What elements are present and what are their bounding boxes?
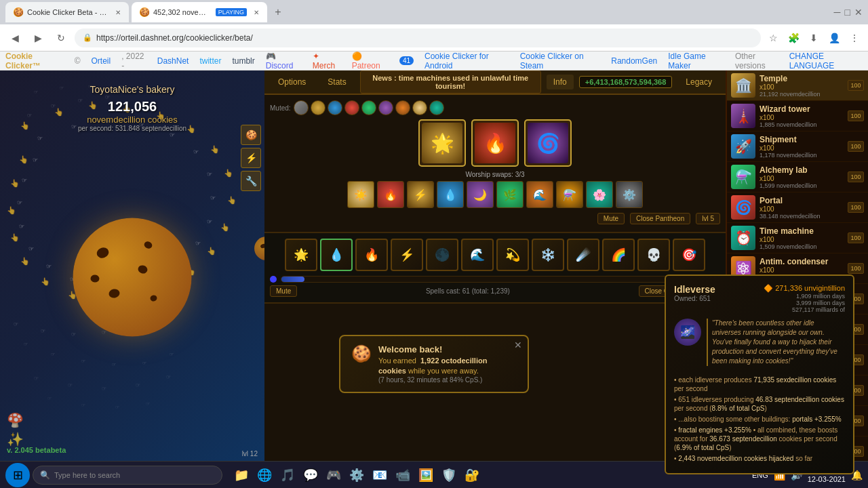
antimatter-condenser-name: Antim. condenser	[760, 257, 846, 266]
minimize-button[interactable]: ─	[834, 7, 841, 18]
spell-7[interactable]: 💫	[496, 239, 529, 271]
maximize-button[interactable]: □	[845, 7, 850, 18]
tooltip-bullet-4: • fractal engines +3.255% • all combined…	[674, 426, 726, 452]
taskbar-app-spotify[interactable]: 🎵	[277, 464, 298, 486]
deity-10[interactable]: ⚙️	[616, 181, 643, 208]
cookie-earned-display: +6,413,168,573,594,368	[579, 76, 673, 88]
spell-9[interactable]: ☄️	[567, 239, 599, 271]
mute-pantheon-button[interactable]: Mute	[597, 213, 625, 224]
deity-2[interactable]: 🔥	[377, 181, 404, 208]
mute-grimoire-button[interactable]: Mute	[270, 285, 297, 297]
bookmark-orteil[interactable]: Orteil	[92, 56, 111, 66]
menu-icon[interactable]: ⋮	[846, 30, 863, 46]
bookmark-discord[interactable]: 🎮 Discord	[266, 52, 302, 70]
building-temple[interactable]: 🏛️ Temple x100 21,192 novemdecillion 100	[727, 70, 868, 101]
wizard-tower-badge: 100	[848, 110, 864, 121]
big-cookie-button[interactable]	[73, 218, 192, 337]
building-portal[interactable]: 🌀 Portal x100 38.148 novemdecillion 100	[727, 192, 868, 223]
icon-btn-1[interactable]: 🍪	[241, 125, 261, 145]
taskbar-search-icon: 🔍	[40, 470, 50, 480]
spell-8[interactable]: ❄️	[532, 239, 564, 271]
bookmark-patreon[interactable]: 🟠 Patreon	[352, 52, 389, 70]
spell-6[interactable]: 🌊	[461, 239, 494, 271]
time-machine-icon: ⏰	[731, 226, 755, 250]
pantheon-slot-3[interactable]: 🌀	[524, 119, 572, 167]
taskbar-app-file-explorer[interactable]: 📁	[231, 464, 252, 486]
taskbar-app-video[interactable]: 📹	[392, 464, 414, 486]
taskbar-app-vpn[interactable]: 🔐	[461, 464, 483, 486]
bookmark-cookieclicker[interactable]: Cookie Clicker™	[5, 52, 64, 70]
icon-btn-2[interactable]: ⚡	[241, 148, 261, 168]
deity-8[interactable]: ⚗️	[556, 181, 583, 208]
spell-1[interactable]: 🌟	[285, 239, 317, 271]
deity-6[interactable]: 🌿	[496, 181, 524, 208]
extension-icon[interactable]: 🧩	[785, 30, 802, 46]
options-tab[interactable]: Options	[270, 75, 314, 89]
taskbar-app-browser[interactable]: 🌐	[254, 464, 275, 486]
pantheon-slot-1[interactable]: 🌟	[418, 119, 466, 167]
building-alchemy-lab[interactable]: ⚗️ Alchemy lab x100 1,599 novemdecillion…	[727, 162, 868, 192]
taskbar-app-photos[interactable]: 🖼️	[415, 464, 437, 486]
taskbar-app-steam[interactable]: 🎮	[323, 464, 344, 486]
building-time-machine[interactable]: ⏰ Time machine x100 1,509 novemdecillion…	[727, 223, 868, 253]
close-window-button[interactable]: ✕	[854, 7, 863, 18]
pantheon-slot-2[interactable]: 🔥	[471, 119, 519, 167]
deity-1[interactable]: ☀️	[347, 181, 374, 208]
deity-4[interactable]: 💧	[437, 181, 464, 208]
tab-1[interactable]: 🍪 Cookie Clicker Beta - Goo... ✕	[5, 2, 129, 22]
taskbar-app-discord[interactable]: 💬	[300, 464, 321, 486]
mana-bar-row: 4/116 (+0.01/s)	[270, 275, 720, 283]
taskbar-app-settings[interactable]: ⚙️	[346, 464, 368, 486]
back-button[interactable]: ◀	[5, 28, 24, 47]
muted-portrait-1	[294, 100, 309, 115]
spell-2[interactable]: 💧	[320, 239, 353, 271]
star-icon[interactable]: ☆	[765, 30, 781, 46]
spell-3[interactable]: 🔥	[355, 239, 388, 271]
bookmark-changelang[interactable]: CHANGE LANGUAGE	[789, 52, 863, 70]
bookmark-twitter[interactable]: twitter	[199, 56, 221, 66]
bookmark-merch[interactable]: ✦ Merch	[313, 52, 341, 70]
shipment-info: Shipment x100 1,178 novemdecillion	[755, 135, 846, 159]
bookmark-otherversions[interactable]: Other versions	[735, 52, 783, 70]
start-button[interactable]: ⊞	[5, 463, 30, 487]
refresh-button[interactable]: ↻	[52, 28, 71, 47]
info-button[interactable]: Info	[547, 75, 574, 89]
deity-5[interactable]: 🌙	[467, 181, 494, 208]
new-tab-button[interactable]: +	[270, 4, 286, 20]
profile-icon[interactable]: 👤	[826, 30, 842, 46]
taskbar-search-box[interactable]: 🔍 Type here to search	[33, 466, 222, 485]
forward-button[interactable]: ▶	[28, 28, 47, 47]
building-shipment[interactable]: 🚀 Shipment x100 1,178 novemdecillion 100	[727, 131, 868, 162]
spell-12[interactable]: 🎯	[673, 239, 705, 271]
idleverse-building-icon: 🌌	[674, 319, 701, 346]
bookmark-tumblr[interactable]: tumblr	[232, 56, 254, 66]
close-pantheon-button[interactable]: Close Pantheon	[630, 213, 690, 224]
taskbar-search-placeholder: Type here to search	[54, 471, 120, 479]
tab-2[interactable]: 🍪 452,302 novemdecillion c... PLAYING ✕	[132, 2, 267, 22]
pantheon-level: lvl 5	[696, 213, 720, 224]
tab-2-close[interactable]: ✕	[254, 9, 259, 16]
bookmark-steam[interactable]: Cookie Clicker on Steam	[520, 52, 601, 70]
taskbar-app-mail[interactable]: 📧	[369, 464, 391, 486]
spell-11[interactable]: 💀	[637, 239, 670, 271]
bookmark-dashnet[interactable]: DashNet	[157, 56, 189, 66]
address-bar[interactable]: 🔒 https://orteil.dashnet.org/cookieclick…	[75, 28, 761, 47]
bookmark-android[interactable]: Cookie Clicker for Android	[425, 52, 509, 70]
bookmark-randomgen[interactable]: RandomGen	[611, 56, 657, 66]
tab-1-close[interactable]: ✕	[115, 9, 121, 16]
spell-10[interactable]: 🌈	[602, 239, 635, 271]
download-icon[interactable]: ⬇	[806, 30, 822, 46]
deity-9[interactable]: 🌸	[586, 181, 613, 208]
legacy-tab[interactable]: Legacy	[677, 75, 720, 89]
spell-5[interactable]: 🌑	[426, 239, 458, 271]
stats-tab[interactable]: Stats	[319, 75, 354, 89]
spell-4[interactable]: ⚡	[391, 239, 423, 271]
taskbar-app-shield[interactable]: 🛡️	[438, 464, 460, 486]
deity-3[interactable]: ⚡	[407, 181, 434, 208]
deity-7[interactable]: 🌊	[526, 181, 553, 208]
building-wizard-tower[interactable]: 🗼 Wizard tower x100 1,885 novemdecillion…	[727, 101, 868, 131]
notification-close-button[interactable]: ✕	[514, 340, 522, 350]
grimoire-footer: Mute Spells cast: 61 (total: 1,239) Clos…	[270, 285, 720, 297]
icon-btn-3[interactable]: 🔧	[241, 171, 261, 191]
bookmark-idlegame[interactable]: Idle Game Maker	[668, 52, 724, 70]
